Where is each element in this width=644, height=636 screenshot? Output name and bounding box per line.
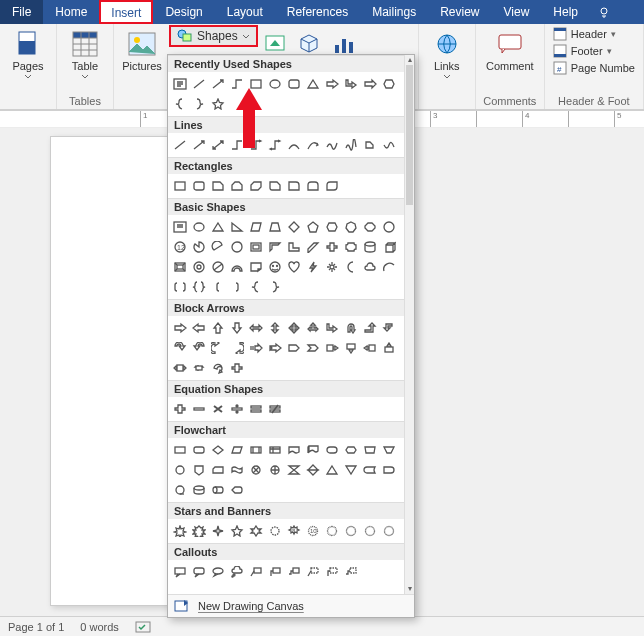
shape-textbox[interactable] — [170, 74, 189, 94]
shape-callout-oval[interactable] — [208, 562, 227, 582]
new-drawing-canvas[interactable]: New Drawing Canvas — [168, 594, 414, 617]
shape-rtriangle[interactable] — [227, 217, 246, 237]
tab-file[interactable]: File — [0, 0, 43, 24]
shape-arrow-striped[interactable] — [246, 338, 265, 358]
shape-freeform-closed[interactable] — [360, 135, 379, 155]
shape-arrow-l[interactable] — [189, 318, 208, 338]
shape-explosion2[interactable] — [189, 521, 208, 541]
shape-callout-round[interactable] — [189, 562, 208, 582]
shape-plus[interactable] — [227, 358, 246, 378]
shape-arrow-3way[interactable] — [303, 318, 322, 338]
pages-button[interactable]: Pages — [6, 26, 50, 83]
shape-pie[interactable] — [189, 237, 208, 257]
shape-explosion1[interactable] — [170, 521, 189, 541]
shape-dbracket[interactable] — [170, 277, 189, 297]
shape-cloud[interactable] — [360, 257, 379, 277]
shape-rect[interactable] — [170, 176, 189, 196]
shape-bevel[interactable] — [170, 257, 189, 277]
shape-frame[interactable] — [246, 237, 265, 257]
shape-fc-merge[interactable] — [341, 460, 360, 480]
shapes-button[interactable]: Shapes — [170, 26, 257, 46]
shape-fc-directstore[interactable] — [208, 480, 227, 500]
shape-arrow-callout-l[interactable] — [360, 338, 379, 358]
shape-star12[interactable] — [322, 521, 341, 541]
shape-callout-line4[interactable] — [303, 562, 322, 582]
shape-arrow-u[interactable] — [208, 318, 227, 338]
shapes-scrollbar[interactable]: ▴ ▾ — [404, 55, 414, 594]
tab-view[interactable]: View — [492, 0, 542, 24]
shape-round1[interactable] — [284, 176, 303, 196]
shape-cube[interactable] — [379, 237, 398, 257]
shape-fc-collate[interactable] — [284, 460, 303, 480]
shape-chord[interactable] — [208, 237, 227, 257]
shape-oval[interactable] — [265, 74, 284, 94]
shape-arrow-callout-r[interactable] — [322, 338, 341, 358]
shape-curve-arrow[interactable] — [303, 135, 322, 155]
shape-star[interactable] — [208, 94, 227, 114]
shape-elbow[interactable] — [227, 135, 246, 155]
shape-arrow-notched[interactable] — [265, 338, 284, 358]
shape-fc-manual[interactable] — [360, 440, 379, 460]
shape-octagon[interactable] — [360, 217, 379, 237]
shape-callout-cloud[interactable] — [227, 562, 246, 582]
shape-arrow-bent[interactable] — [322, 318, 341, 338]
shape-arrow-lr[interactable] — [246, 318, 265, 338]
shape-oval2[interactable] — [189, 217, 208, 237]
shape-plus2[interactable] — [170, 399, 189, 419]
shape-diamond[interactable] — [284, 217, 303, 237]
shape-star8[interactable]: 8 — [284, 521, 303, 541]
shape-parallelogram[interactable] — [246, 217, 265, 237]
shape-arrow-callout-u[interactable] — [379, 338, 398, 358]
shape-star32[interactable] — [379, 521, 398, 541]
shape-lbrace2[interactable] — [246, 277, 265, 297]
shape-line[interactable] — [189, 74, 208, 94]
shape-freeform[interactable] — [322, 135, 341, 155]
tab-references[interactable]: References — [275, 0, 360, 24]
shape-fc-sort[interactable] — [303, 460, 322, 480]
scroll-up-arrow[interactable]: ▴ — [405, 55, 414, 65]
shape-fc-tape[interactable] — [227, 460, 246, 480]
shape-callout-line3[interactable] — [284, 562, 303, 582]
shape-fc-data[interactable] — [227, 440, 246, 460]
shape-callout-rect[interactable] — [170, 562, 189, 582]
shape-connector[interactable] — [227, 74, 246, 94]
shape-lshape[interactable] — [284, 237, 303, 257]
shape-pentagon[interactable] — [303, 217, 322, 237]
shape-line-arrow[interactable] — [189, 135, 208, 155]
shape-fc-connect[interactable] — [170, 460, 189, 480]
shape-round2[interactable] — [303, 176, 322, 196]
shape-fc-multidoc[interactable] — [303, 440, 322, 460]
shape-heptagon[interactable] — [341, 217, 360, 237]
tell-me[interactable] — [590, 0, 618, 24]
header-button[interactable]: Header ▾ — [551, 26, 637, 42]
shape-noentry[interactable] — [208, 257, 227, 277]
shape-arrow-callout-lr[interactable] — [170, 358, 189, 378]
tab-insert[interactable]: Insert — [99, 0, 153, 24]
shape-can[interactable] — [360, 237, 379, 257]
shape-fc-doc[interactable] — [284, 440, 303, 460]
shape-arrow-home[interactable] — [284, 338, 303, 358]
shape-arrow-curved-d[interactable] — [227, 338, 246, 358]
shape-fc-manualop[interactable] — [379, 440, 398, 460]
shape-arrow-ud[interactable] — [265, 318, 284, 338]
table-button[interactable]: Table — [63, 26, 107, 83]
shape-fc-card[interactable] — [208, 460, 227, 480]
shape-arrow-callout-d[interactable] — [341, 338, 360, 358]
shape-teardrop[interactable] — [227, 237, 246, 257]
shape-lightning[interactable] — [303, 257, 322, 277]
shape-rectangle[interactable] — [246, 74, 265, 94]
shape-callout-line2[interactable] — [265, 562, 284, 582]
links-button[interactable]: Links — [425, 26, 469, 83]
shape-snip-round[interactable] — [265, 176, 284, 196]
shape-fc-internal[interactable] — [265, 440, 284, 460]
shape-fc-display[interactable] — [227, 480, 246, 500]
tab-help[interactable]: Help — [541, 0, 590, 24]
shape-hexagon[interactable] — [379, 74, 398, 94]
shape-lbrace[interactable] — [170, 94, 189, 114]
shape-arrow-chevron[interactable] — [303, 338, 322, 358]
shape-notequal[interactable] — [265, 399, 284, 419]
shape-curve[interactable] — [284, 135, 303, 155]
shape-fc-term[interactable] — [322, 440, 341, 460]
shape-dbrace[interactable] — [189, 277, 208, 297]
scroll-thumb[interactable] — [406, 65, 413, 205]
